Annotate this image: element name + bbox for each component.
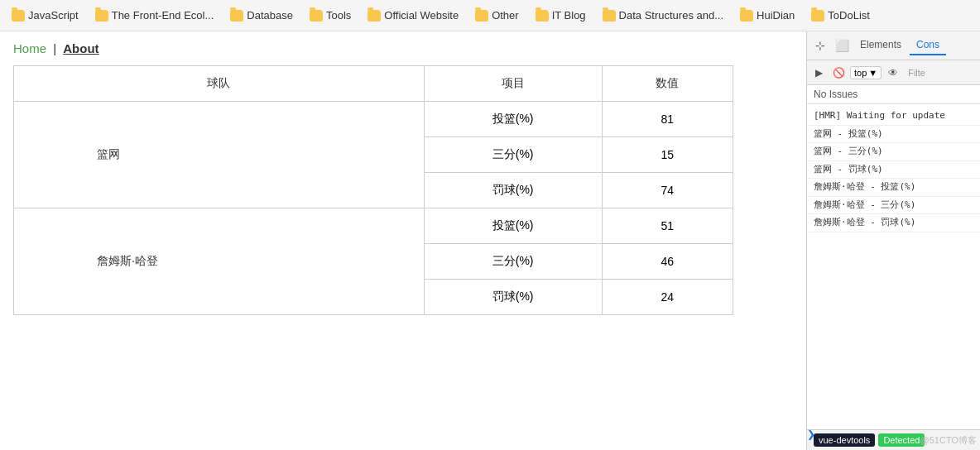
console-line: 篮网 - 三分(%): [807, 143, 980, 161]
content-area: Home | About 球队项目数值 篮网投篮(%)81三分(%)15罚球(%…: [0, 31, 806, 450]
folder-icon: [475, 10, 488, 22]
eye-icon[interactable]: 👁: [885, 65, 901, 81]
tab-elements[interactable]: Elements: [853, 36, 908, 55]
devtools-toolbar: ▶ 🚫 top ▼ 👁 Filte: [807, 60, 980, 85]
detected-badge: Detected: [878, 433, 925, 447]
bookmark-label: HuiDian: [757, 9, 795, 22]
context-selector[interactable]: top ▼: [850, 66, 882, 79]
console-line: 詹姆斯·哈登 - 罚球(%): [807, 214, 980, 232]
item-value-cell: 24: [602, 280, 733, 315]
no-issues-bar: No Issues: [807, 85, 980, 104]
chevron-right-icon[interactable]: ❯: [807, 428, 815, 440]
item-name-cell: 三分(%): [424, 244, 602, 280]
folder-icon: [740, 10, 753, 22]
filter-label: Filte: [908, 68, 925, 78]
inspect-icon[interactable]: ⊹: [810, 36, 830, 55]
vue-devtools-badge: vue-devtools: [814, 433, 875, 447]
console-line: [HMR] Waiting for update: [807, 108, 980, 126]
folder-icon: [536, 10, 549, 22]
bookmark-label: Tools: [326, 9, 351, 22]
item-name-cell: 三分(%): [424, 137, 602, 173]
console-line: 篮网 - 投篮(%): [807, 126, 980, 144]
table-container: 球队项目数值 篮网投篮(%)81三分(%)15罚球(%)74詹姆斯·哈登投篮(%…: [0, 65, 806, 332]
folder-icon: [603, 10, 616, 22]
table-header: 球队: [14, 66, 425, 102]
nav-separator: |: [53, 41, 56, 55]
bookmark-label: IT Blog: [552, 9, 586, 22]
bookmark-item-huidian[interactable]: HuiDian: [733, 7, 801, 24]
folder-icon: [811, 10, 824, 22]
bookmark-item-javascript[interactable]: JavaScript: [5, 7, 85, 24]
table-row: 篮网投篮(%)81: [14, 102, 733, 137]
bookmark-label: Other: [492, 9, 519, 22]
folder-icon: [95, 10, 108, 22]
bookmark-label: The Front-End Ecol...: [112, 9, 214, 22]
table-header: 数值: [602, 66, 733, 102]
device-icon[interactable]: ⬜: [832, 36, 852, 55]
about-link[interactable]: About: [63, 41, 98, 55]
watermark: @51CTO博客: [920, 434, 977, 447]
item-name-cell: 罚球(%): [424, 280, 602, 315]
folder-icon: [368, 10, 381, 22]
bookmark-label: JavaScript: [28, 9, 79, 22]
console-output: [HMR] Waiting for update篮网 - 投篮(%)篮网 - 三…: [807, 104, 980, 429]
console-line: 詹姆斯·哈登 - 投篮(%): [807, 179, 980, 197]
devtools-panel: ⊹ ⬜ Elements Cons ▶ 🚫 top ▼ 👁 Filte No I…: [806, 31, 980, 450]
play-icon[interactable]: ▶: [810, 65, 827, 81]
bookmark-item-database[interactable]: Database: [223, 7, 300, 24]
team-cell: 詹姆斯·哈登: [14, 208, 425, 315]
item-value-cell: 51: [602, 208, 733, 244]
bookmark-item-data-structures[interactable]: Data Structures and...: [596, 7, 730, 24]
bookmark-label: Official Website: [384, 9, 459, 22]
bookmark-label: Data Structures and...: [619, 9, 723, 22]
team-name: 詹姆斯·哈登: [97, 254, 158, 267]
nav-bar: Home | About: [0, 31, 806, 65]
console-line: 篮网 - 罚球(%): [807, 161, 980, 180]
folder-icon: [12, 10, 25, 22]
table-header-row: 球队项目数值: [14, 66, 733, 102]
team-cell: 篮网: [14, 102, 425, 208]
home-link[interactable]: Home: [13, 41, 46, 55]
item-name-cell: 罚球(%): [424, 173, 602, 208]
folder-icon: [310, 10, 323, 22]
item-value-cell: 46: [602, 244, 733, 280]
bookmark-item-it-blog[interactable]: IT Blog: [529, 7, 593, 24]
data-table: 球队项目数值 篮网投篮(%)81三分(%)15罚球(%)74詹姆斯·哈登投篮(%…: [13, 65, 733, 315]
dropdown-arrow: ▼: [868, 68, 877, 78]
table-row: 詹姆斯·哈登投篮(%)51: [14, 208, 733, 244]
bookmark-label: ToDoList: [828, 9, 870, 22]
bookmark-item-tools[interactable]: Tools: [303, 7, 358, 24]
bookmarks-bar: JavaScriptThe Front-End Ecol...DatabaseT…: [0, 0, 980, 31]
item-value-cell: 15: [602, 137, 733, 173]
devtools-tabs: ⊹ ⬜ Elements Cons: [807, 31, 980, 60]
item-name-cell: 投篮(%): [424, 208, 602, 244]
item-value-cell: 81: [602, 102, 733, 137]
item-value-cell: 74: [602, 173, 733, 208]
team-name: 篮网: [97, 147, 120, 160]
table-header: 项目: [424, 66, 602, 102]
bookmark-label: Database: [247, 9, 293, 22]
console-line: 詹姆斯·哈登 - 三分(%): [807, 197, 980, 215]
top-label: top: [854, 68, 867, 78]
block-icon[interactable]: 🚫: [830, 65, 847, 81]
folder-icon: [230, 10, 243, 22]
tab-console[interactable]: Cons: [910, 36, 946, 55]
bookmark-item-frontend[interactable]: The Front-End Ecol...: [89, 7, 221, 24]
bookmark-item-todolist[interactable]: ToDoList: [805, 7, 877, 24]
item-name-cell: 投篮(%): [424, 102, 602, 137]
bookmark-item-other[interactable]: Other: [468, 7, 526, 24]
main-layout: Home | About 球队项目数值 篮网投篮(%)81三分(%)15罚球(%…: [0, 31, 980, 450]
bookmark-item-official-website[interactable]: Official Website: [361, 7, 465, 24]
